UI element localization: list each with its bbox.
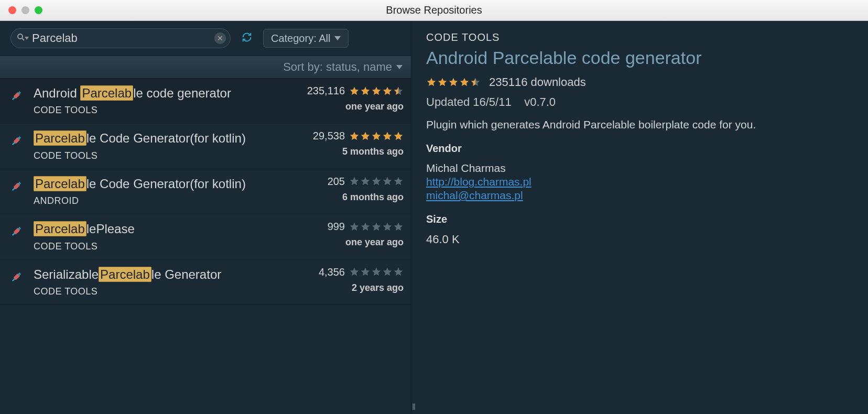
result-rating [349, 86, 404, 96]
clear-search-button[interactable]: ✕ [214, 32, 226, 44]
size-value: 46.0 K [426, 233, 858, 246]
result-downloads: 4,356 [319, 266, 345, 278]
result-category: CODE TOOLS [34, 150, 291, 161]
toolbar: ✕ Category: All [0, 21, 411, 56]
result-rating [349, 176, 404, 187]
vendor-heading: Vendor [426, 143, 858, 155]
plugin-icon [5, 130, 26, 161]
result-row[interactable]: Parcelable Code Generator(for kotlin) CO… [0, 124, 411, 169]
result-updated-ago: 5 months ago [342, 146, 404, 157]
minimize-icon[interactable] [21, 6, 29, 14]
detail-description: Plugin which generates Android Parcelabl… [426, 118, 858, 131]
result-title: Parcelable Code Generator(for kotlin) [34, 130, 291, 147]
title-bar: Browse Repositories [0, 0, 868, 21]
result-title: Parcelable Code Generator(for kotlin) [34, 176, 291, 192]
result-title: SerializableParcelable Generator [34, 266, 291, 283]
detail-rating [426, 77, 481, 88]
size-heading: Size [426, 213, 858, 225]
svg-rect-21 [12, 278, 15, 281]
search-input[interactable] [29, 31, 214, 45]
plugin-icon [5, 221, 26, 252]
result-updated-ago: 2 years ago [352, 282, 404, 293]
results-list: Android Parcelable code generator CODE T… [0, 79, 411, 414]
category-label: Category: All [271, 32, 330, 45]
svg-rect-5 [12, 97, 15, 100]
result-downloads: 999 [328, 221, 345, 233]
result-category: CODE TOOLS [34, 241, 291, 252]
vendor-name: Michal Charmas [426, 162, 858, 175]
result-row[interactable]: Android Parcelable code generator CODE T… [0, 79, 411, 124]
result-category: CODE TOOLS [34, 105, 291, 116]
detail-updated: Updated 16/5/11 [426, 95, 512, 108]
detail-version: v0.7.0 [524, 95, 556, 108]
traffic-lights [0, 6, 42, 14]
chevron-down-icon [334, 36, 341, 40]
result-row[interactable]: ParcelablePlease CODE TOOLS 999 one year… [0, 214, 411, 259]
maximize-icon[interactable] [35, 6, 42, 14]
detail-category: CODE TOOLS [426, 31, 858, 43]
close-icon[interactable] [8, 6, 16, 14]
result-downloads: 235,116 [307, 85, 345, 97]
plugin-icon [5, 266, 26, 297]
result-row[interactable]: SerializableParcelable Generator CODE TO… [0, 260, 411, 305]
sort-label: Sort by: status, name [283, 60, 392, 74]
svg-point-0 [18, 34, 23, 39]
search-box[interactable]: ✕ [10, 28, 231, 48]
chevron-down-icon [396, 65, 403, 69]
result-row[interactable]: Parcelable Code Generator(for kotlin) AN… [0, 169, 411, 214]
refresh-button[interactable] [241, 31, 253, 45]
plugin-icon [5, 176, 26, 206]
vendor-email-link[interactable]: michal@charmas.pl [426, 189, 858, 202]
window-title: Browse Repositories [386, 4, 482, 16]
splitter-handle[interactable]: •••••••• [411, 21, 416, 414]
detail-panel: CODE TOOLS Android Parcelable code gener… [416, 21, 868, 414]
result-category: CODE TOOLS [34, 286, 291, 297]
result-downloads: 29,538 [313, 130, 345, 142]
result-rating [349, 222, 404, 232]
result-downloads: 205 [328, 176, 345, 188]
result-updated-ago: one year ago [345, 101, 404, 112]
sort-dropdown[interactable]: Sort by: status, name [0, 56, 411, 79]
category-dropdown[interactable]: Category: All [263, 29, 349, 48]
result-rating [349, 131, 404, 141]
result-title: ParcelablePlease [34, 221, 291, 237]
result-updated-ago: 6 months ago [342, 192, 404, 203]
result-title: Android Parcelable code generator [34, 85, 291, 102]
search-options-icon[interactable] [25, 37, 29, 40]
vendor-url-link[interactable]: http://blog.charmas.pl [426, 176, 858, 188]
svg-line-1 [22, 38, 24, 40]
grip-icon: •••••••• [412, 404, 415, 410]
result-rating [349, 267, 404, 277]
detail-downloads: 235116 downloads [489, 75, 586, 89]
result-updated-ago: one year ago [345, 237, 404, 248]
result-category: ANDROID [34, 195, 291, 206]
plugin-icon [5, 85, 26, 116]
detail-title: Android Parcelable code generator [426, 48, 858, 68]
